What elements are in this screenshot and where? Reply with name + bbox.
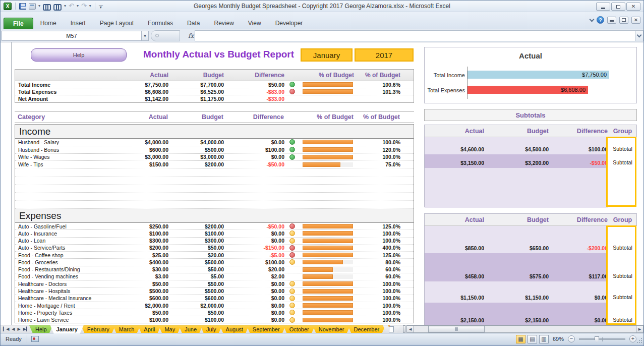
actual-cell[interactable]: $25.00	[138, 252, 168, 258]
page-layout-view-button[interactable]: ▤	[528, 335, 537, 343]
workbook-restore-button[interactable]	[619, 17, 628, 24]
budget-cell[interactable]: $50.00	[168, 266, 224, 272]
budget-cell[interactable]: $500.00	[168, 288, 224, 294]
year-cell[interactable]: 2017	[355, 48, 414, 62]
normal-view-button[interactable]: ▦	[516, 335, 525, 343]
actual-cell[interactable]: $7,750.00	[138, 82, 168, 88]
difference-cell[interactable]: -$50.00	[224, 161, 284, 167]
percent-cell[interactable]: 101.3%	[354, 89, 400, 95]
difference-cell[interactable]: $20.00	[224, 266, 284, 272]
actual-cell[interactable]: $100.00	[138, 317, 168, 323]
row-label[interactable]: Home - Lawn Service	[15, 317, 138, 323]
sheet-tab-november[interactable]: November	[313, 325, 350, 333]
difference-cell[interactable]: $0.00	[224, 230, 284, 237]
budget-cell[interactable]: $50.00	[168, 281, 224, 287]
subtotal-actual-cell[interactable]	[425, 206, 484, 208]
budget-cell[interactable]: $1,175.00	[168, 96, 224, 102]
percent-cell[interactable]: 100.0%	[354, 238, 400, 244]
row-label[interactable]: Auto - Loan	[15, 238, 138, 244]
subtotal-actual-cell[interactable]: $458.00	[425, 273, 484, 281]
budget-cell[interactable]: $2,000.00	[168, 303, 224, 309]
row-label[interactable]: Food - Coffee shop	[15, 252, 138, 258]
subtotal-group-cell[interactable]: Subtotal	[608, 281, 637, 303]
actual-cell[interactable]: $2,000.00	[138, 303, 168, 309]
subtotal-actual-cell[interactable]: $2,150.00	[425, 317, 484, 325]
month-cell[interactable]: January	[301, 48, 353, 62]
sheet-tab-october[interactable]: October	[283, 325, 315, 333]
sheet-tab-february[interactable]: February	[81, 325, 115, 333]
ribbon-tab-page-layout[interactable]: Page Layout	[93, 18, 141, 29]
insert-function-icon[interactable]: fx	[188, 32, 194, 39]
insert-worksheet-tab[interactable]	[383, 325, 400, 333]
difference-cell[interactable]: $0.00	[224, 281, 284, 287]
difference-cell[interactable]: $100.00	[224, 147, 284, 153]
empty-row[interactable]	[15, 193, 414, 201]
scrollbar-track[interactable]	[414, 325, 636, 333]
zoom-in-button[interactable]: +	[629, 335, 636, 342]
budget-cell[interactable]: $20.00	[168, 252, 224, 258]
difference-cell[interactable]: $100.00	[224, 259, 284, 265]
row-label[interactable]: Food - Restaurants/Dining	[15, 266, 138, 272]
tab-splitter[interactable]	[403, 325, 405, 333]
percent-cell[interactable]: 125.0%	[354, 223, 400, 229]
subtotal-difference-cell[interactable]: -$50.00	[549, 160, 608, 168]
difference-cell[interactable]: -$33.00	[224, 96, 284, 102]
subtotal-difference-cell[interactable]: -$200.00	[549, 245, 608, 253]
percent-cell[interactable]: 125.0%	[354, 252, 400, 258]
subtotal-budget-cell[interactable]: $575.00	[484, 273, 549, 281]
row-label[interactable]: Husband - Salary	[15, 139, 138, 145]
percent-cell[interactable]: 100.0%	[354, 281, 400, 287]
actual-cell[interactable]: $300.00	[138, 238, 168, 244]
ribbon-tab-review[interactable]: Review	[207, 18, 241, 29]
subtotal-actual-cell[interactable]: $4,600.00	[425, 146, 484, 154]
difference-cell[interactable]: $0.00	[224, 310, 284, 316]
actual-cell[interactable]: $30.00	[138, 266, 168, 272]
ribbon-tab-file[interactable]: File	[4, 18, 33, 29]
budget-cell[interactable]: $200.00	[168, 161, 224, 167]
row-label[interactable]: Auto - Gasoline/Fuel	[15, 223, 138, 229]
expand-formula-bar-icon[interactable]	[635, 30, 643, 41]
row-label[interactable]: Total Expenses	[15, 89, 138, 95]
empty-row[interactable]	[15, 177, 414, 185]
actual-cell[interactable]: $50.00	[138, 310, 168, 316]
last-sheet-icon[interactable]: ▶▎	[22, 327, 30, 331]
budget-cell[interactable]: $100.00	[168, 317, 224, 323]
row-label[interactable]: Wife - Wages	[15, 154, 138, 160]
row-label[interactable]: Net Amount	[15, 96, 138, 102]
subtotal-group-cell[interactable]: Subtotal	[608, 226, 637, 253]
ribbon-tab-developer[interactable]: Developer	[268, 18, 310, 29]
scroll-left-icon[interactable]: ◀	[406, 325, 414, 333]
subtotal-actual-cell[interactable]: $3,150.00	[425, 160, 484, 168]
row-label[interactable]: Food - Vending machines	[15, 273, 138, 279]
subtotal-group-cell[interactable]: Subtotal	[608, 137, 637, 154]
actual-cell[interactable]: $600.00	[138, 295, 168, 301]
row-label[interactable]: Home - Mortgage / Rent	[15, 303, 138, 309]
percent-cell[interactable]: 100.0%	[354, 317, 400, 323]
percent-cell[interactable]: 75.0%	[354, 161, 400, 167]
actual-cell[interactable]: $3.00	[138, 273, 168, 279]
actual-cell[interactable]: $250.00	[138, 223, 168, 229]
percent-cell[interactable]: 60.0%	[354, 273, 400, 279]
percent-cell[interactable]: 100.0%	[354, 288, 400, 294]
row-label[interactable]: Home - Property Taxes	[15, 310, 138, 316]
workbook-minimize-button[interactable]	[607, 17, 616, 24]
zoom-level[interactable]: 69%	[553, 336, 564, 342]
name-box-dropdown-icon[interactable]: ▾	[142, 31, 149, 41]
scrollbar-thumb[interactable]	[428, 326, 485, 332]
first-sheet-icon[interactable]: ▎◀	[2, 327, 10, 331]
sheet-tab-december[interactable]: December	[348, 325, 386, 333]
percent-cell[interactable]: 100.0%	[354, 295, 400, 301]
percent-cell[interactable]: 120.0%	[354, 147, 400, 153]
subtotal-budget-cell[interactable]: $4,500.00	[484, 146, 549, 154]
subtotal-group-cell[interactable]: Subtotal	[608, 253, 637, 281]
sheet-tab-july[interactable]: July	[200, 325, 222, 333]
difference-cell[interactable]: -$5.00	[224, 252, 284, 258]
actual-cell[interactable]: $100.00	[138, 230, 168, 237]
difference-cell[interactable]: $50.00	[224, 82, 284, 88]
empty-row[interactable]	[15, 168, 414, 177]
actual-cell[interactable]: $150.00	[138, 161, 168, 167]
subtotal-budget-cell[interactable]: $3,200.00	[484, 160, 549, 168]
subtotal-difference-cell[interactable]: $100.00	[549, 146, 608, 154]
subtotal-group-cell[interactable]	[608, 168, 637, 208]
subtotal-budget-cell[interactable]	[484, 206, 549, 208]
